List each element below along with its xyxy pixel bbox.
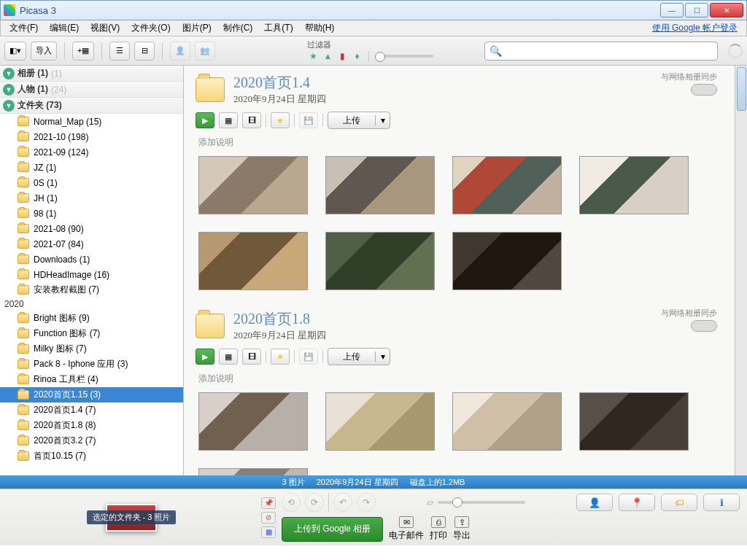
sidebar-folder[interactable]: 0S (1) (0, 175, 183, 190)
menu-file[interactable]: 文件(F) (4, 20, 44, 36)
maximize-button[interactable]: ☐ (685, 3, 708, 18)
sidebar-folder[interactable]: 安装教程截图 (7) (0, 282, 183, 298)
filter-tag-icon[interactable]: ♦ (351, 50, 363, 62)
google-login-link[interactable]: 使用 Google 帐户登录 (646, 20, 743, 36)
upload-dropdown[interactable]: 上传▾ (328, 112, 390, 129)
upload-dropdown[interactable]: 上传▾ (328, 348, 390, 365)
thumbnail[interactable] (325, 392, 435, 451)
list-view-button[interactable]: ☰ (109, 42, 130, 61)
sidebar-folder[interactable]: Function 图标 (7) (0, 326, 183, 341)
menu-tools[interactable]: 工具(T) (258, 20, 298, 36)
geotag-button[interactable]: 📍 (619, 494, 655, 511)
sidebar-folder[interactable]: 2020首页1.15 (3) (0, 387, 183, 402)
save-button[interactable]: 💾 (299, 349, 318, 365)
star-button[interactable]: ★ (271, 112, 290, 128)
redo-button[interactable]: ↷ (357, 493, 376, 512)
sidebar-folder[interactable]: 2021-09 (124) (0, 144, 183, 160)
album-title[interactable]: 2020首页1.8 (233, 309, 326, 329)
info-button[interactable]: ℹ (703, 494, 740, 511)
thumbnail[interactable] (452, 232, 562, 290)
collage-button[interactable]: ▦ (219, 349, 238, 365)
rotate-ccw-button[interactable]: ⟲ (282, 493, 301, 512)
movie-button[interactable]: 🎞 (242, 349, 261, 365)
menu-picture[interactable]: 图片(P) (177, 20, 217, 36)
thumbnail[interactable] (198, 156, 308, 214)
zoom-control[interactable]: ▱ (427, 497, 525, 508)
sidebar-folder[interactable]: 2020首页1.4 (7) (0, 402, 183, 418)
sidebar-folder[interactable]: HDHeadImage (16) (0, 267, 183, 282)
sidebar-folder[interactable]: Normal_Map (15) (0, 114, 183, 129)
thumbnail[interactable] (198, 468, 308, 475)
sidebar-folder[interactable]: 98 (1) (0, 206, 183, 221)
movie-button[interactable]: 🎞 (242, 112, 261, 128)
menu-folder[interactable]: 文件夹(O) (125, 20, 176, 36)
thumbnail[interactable] (579, 156, 689, 214)
menu-view[interactable]: 视图(V) (85, 20, 125, 36)
sidebar-folder[interactable]: Downloads (1) (0, 252, 183, 267)
close-button[interactable]: ✕ (710, 3, 743, 18)
tray-pin-button[interactable]: 📌 (261, 497, 276, 509)
menu-help[interactable]: 帮助(H) (299, 20, 341, 36)
sidebar-folder[interactable]: 2020首页3.2 (7) (0, 433, 183, 448)
play-slideshow-button[interactable]: ▶ (196, 349, 214, 365)
thumbnail[interactable] (198, 232, 308, 290)
tree-view-button[interactable]: ⊟ (134, 42, 155, 61)
print-button[interactable]: ⎙ 打印 (430, 516, 447, 542)
thumbnail[interactable] (325, 156, 435, 214)
play-slideshow-button[interactable]: ▶ (196, 112, 214, 128)
sidebar-folder[interactable]: Rinoa 工具栏 (4) (0, 372, 183, 387)
collage-button[interactable]: ▦ (219, 112, 238, 128)
save-button[interactable]: 💾 (299, 112, 318, 128)
sync-toggle[interactable] (691, 320, 717, 332)
email-button[interactable]: ✉ 电子邮件 (389, 516, 424, 542)
tag-button[interactable]: 🏷 (661, 494, 697, 511)
filter-geo-icon[interactable]: ▮ (336, 50, 348, 62)
tray-clear-button[interactable]: ⊘ (261, 512, 276, 524)
filter-date-slider[interactable] (375, 55, 433, 58)
menu-edit[interactable]: 编辑(E) (44, 20, 85, 36)
sidebar-category-people[interactable]: ▼ 人物 (1) (24) (0, 82, 183, 98)
sidebar-folder[interactable]: Pack 8 - Iphone 应用 (3) (0, 357, 183, 372)
back-dropdown-button[interactable]: ◧▾ (4, 42, 26, 61)
minimize-button[interactable]: — (660, 3, 684, 18)
photo-tray[interactable]: 选定的文件夹 - 3 照片 (7, 495, 255, 540)
folder-name: JH (1) (34, 193, 180, 203)
thumbnail[interactable] (198, 392, 308, 451)
folder-icon (18, 375, 29, 384)
menu-create[interactable]: 制作(C) (217, 20, 259, 36)
thumbnail[interactable] (325, 232, 435, 290)
sidebar-folder[interactable]: 2021-07 (84) (0, 236, 183, 252)
thumbnail[interactable] (452, 392, 562, 451)
export-button[interactable]: ⇪ 导出 (453, 516, 471, 542)
sidebar-folder[interactable]: JZ (1) (0, 160, 183, 175)
filter-star-icon[interactable]: ★ (307, 50, 319, 62)
sidebar-folder[interactable]: 2021-10 (198) (0, 129, 183, 144)
rotate-cw-button[interactable]: ⟳ (305, 493, 324, 512)
sidebar-category-albums[interactable]: ▼ 相册 (1) (1) (0, 66, 183, 82)
sidebar-folder[interactable]: JH (1) (0, 190, 183, 206)
tag-person-button[interactable]: 👤 (576, 494, 613, 511)
album-caption[interactable]: 添加说明 (184, 371, 735, 389)
sidebar-folder[interactable]: Bright 图标 (9) (0, 311, 183, 326)
album-title[interactable]: 2020首页1.4 (233, 73, 326, 93)
sidebar-folder[interactable]: Milky 图标 (7) (0, 341, 183, 357)
thumbnail[interactable] (579, 392, 689, 451)
thumbnail[interactable] (452, 156, 562, 214)
search-input[interactable]: 🔍 (484, 42, 718, 61)
sidebar-folder[interactable]: 2021-08 (90) (0, 221, 183, 236)
upload-google-button[interactable]: 上传到 Google 相册 (282, 517, 383, 542)
people-button[interactable]: 👤 (170, 42, 190, 61)
sidebar-folder[interactable]: 首页10.15 (7) (0, 448, 183, 464)
sidebar-folder[interactable]: 2020首页1.8 (8) (0, 418, 183, 433)
album-caption[interactable]: 添加说明 (184, 135, 735, 153)
sidebar-category-folders[interactable]: ▼ 文件夹 (73) (0, 98, 183, 114)
new-album-button[interactable]: +▦ (72, 42, 94, 61)
sync-toggle[interactable] (691, 84, 717, 96)
people-group-button[interactable]: 👥 (195, 42, 215, 61)
vertical-scrollbar[interactable] (735, 66, 747, 475)
undo-button[interactable]: ↶ (333, 493, 352, 512)
filter-person-icon[interactable]: ▲ (322, 50, 333, 62)
tray-add-button[interactable]: ▦ (261, 526, 276, 538)
star-button[interactable]: ★ (271, 349, 290, 365)
import-button[interactable]: 导入 (31, 42, 57, 61)
